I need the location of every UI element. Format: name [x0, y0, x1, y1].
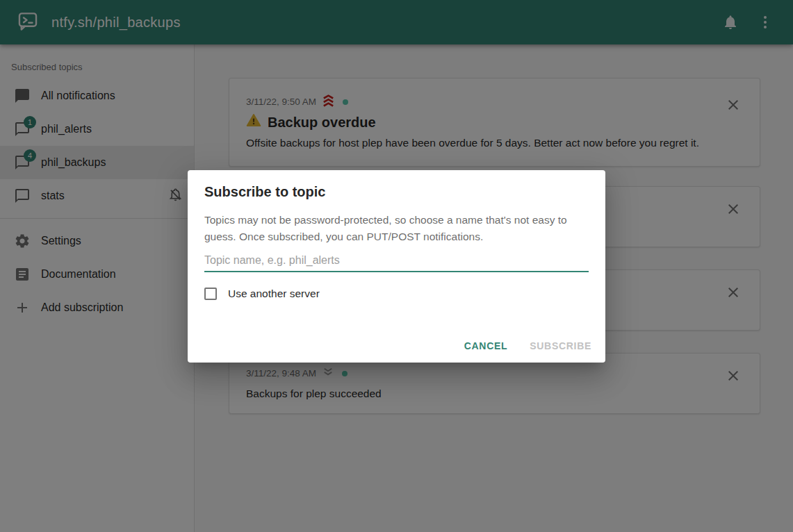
cancel-button[interactable]: CANCEL — [456, 335, 516, 357]
ntfy-app: ntfy.sh/phil_backups Subscribed topics A… — [0, 0, 793, 532]
use-another-server-checkbox[interactable] — [204, 288, 217, 300]
dialog-title: Subscribe to topic — [204, 184, 589, 200]
subscribe-dialog: Subscribe to topic Topics may not be pas… — [188, 170, 605, 363]
dialog-description: Topics may not be password-protected, so… — [204, 212, 589, 245]
subscribe-button[interactable]: SUBSCRIBE — [521, 335, 600, 357]
topic-name-input[interactable] — [204, 250, 589, 272]
checkbox-label: Use another server — [228, 288, 320, 300]
